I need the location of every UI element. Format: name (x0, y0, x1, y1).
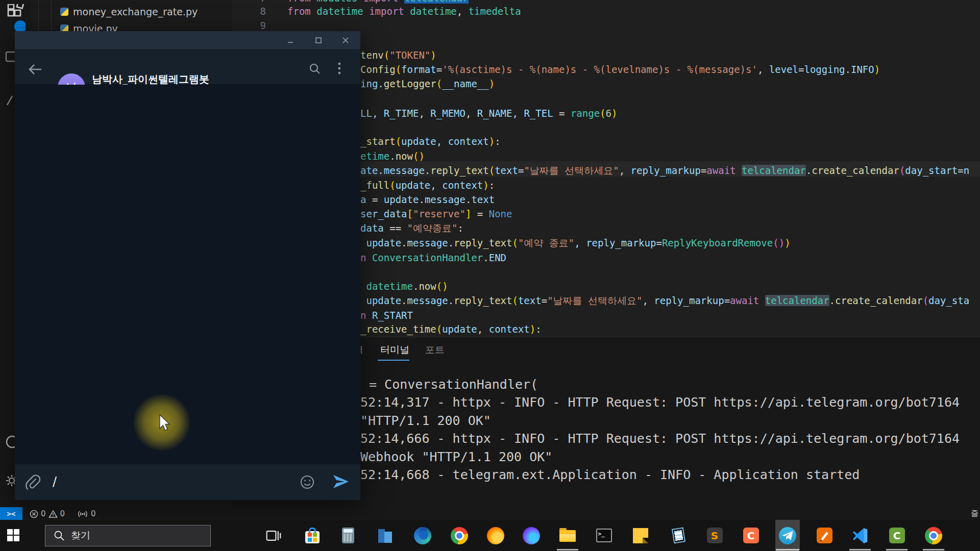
python-file-icon (60, 8, 68, 16)
remote-indicator[interactable]: >< (0, 507, 22, 520)
firefox-developer-icon[interactable] (519, 520, 544, 551)
start-button[interactable] (7, 529, 20, 542)
code-line: _full(update, context): (360, 178, 495, 192)
task-view-icon[interactable] (261, 520, 286, 551)
code-line: _start(update, context): (360, 134, 501, 148)
search-icon (54, 530, 65, 541)
code-line: from datetime import datetime, timedelta (287, 4, 521, 18)
running-indicator (557, 549, 578, 550)
file-item[interactable]: money_exchange_rate.py (60, 4, 198, 19)
sublime-text-icon[interactable]: S (702, 520, 727, 551)
code-line: ser_data["reserve"] = None (360, 207, 512, 221)
command-prompt-icon[interactable]: >_ (592, 520, 616, 551)
code-line: update.message.reply_text("예약 종료", reply… (360, 236, 791, 250)
warnings-count: 0 (60, 509, 65, 518)
emoji-icon[interactable] (300, 475, 314, 491)
green-c-app-icon[interactable]: C (885, 520, 909, 551)
code-line: update.message.reply_text(text="날짜를 선택하세… (360, 293, 969, 308)
taskbar-search-box[interactable]: 찾기 (45, 525, 211, 546)
ports-broadcast-icon (77, 510, 88, 518)
telegram-titlebar (15, 31, 360, 49)
telegram-chat-header: 남 남박사_파이썬텔레그램봇 봇 (15, 49, 360, 85)
indent-guide (51, 0, 52, 36)
indent-guide (38, 0, 39, 36)
tab-terminal[interactable]: 터미널 (380, 343, 409, 357)
desktop: money_exchange_rate.pymovie.py 789 from … (0, 0, 980, 551)
edge-icon[interactable] (410, 520, 435, 551)
extensions-icon[interactable] (5, 4, 26, 35)
line-col-indicator[interactable]: 줄 (971, 509, 978, 518)
telegram-icon[interactable] (775, 520, 800, 551)
warnings-icon (48, 510, 58, 518)
back-arrow-icon[interactable] (27, 62, 43, 79)
mouse-cursor (159, 414, 173, 436)
running-indicator (923, 549, 944, 550)
code-line: ate.message.reply_text(text="날짜를 선택하세요",… (360, 163, 969, 178)
sticky-notes-icon[interactable] (628, 520, 653, 551)
windows-taskbar: 찾기 >_SCC (0, 520, 980, 551)
chat-title: 남박사_파이썬텔레그램봇 (92, 72, 209, 86)
chrome-secondary-icon[interactable] (921, 520, 946, 551)
code-line: datetime.now() (360, 279, 448, 293)
code-line: Config(format='%(asctime)s - %(name)s - … (360, 62, 880, 77)
microsoft-store-icon[interactable] (300, 520, 325, 551)
buildings-app-icon[interactable] (373, 520, 398, 551)
file-explorer-icon[interactable] (555, 520, 580, 551)
search-placeholder: 찾기 (71, 529, 90, 542)
code-line: data == "예약종료": (360, 221, 463, 235)
problems-status[interactable]: 0 0 0 (30, 507, 96, 520)
code-line: n R_START (360, 308, 413, 322)
chrome-icon[interactable] (447, 520, 472, 551)
broadcast-count: 0 (91, 509, 96, 518)
code-line: LL, R_TIME, R_MEMO, R_NAME, R_TEL = rang… (360, 106, 617, 120)
code-line: _receive_time(update, context): (360, 322, 542, 336)
orange-c-app-icon[interactable]: C (739, 520, 763, 551)
attachment-paperclip-icon[interactable] (25, 474, 40, 492)
tab-ports[interactable]: 포트 (425, 343, 445, 357)
message-input-bar: / (15, 464, 360, 500)
running-indicator (849, 549, 871, 550)
calculator-icon[interactable] (336, 520, 360, 551)
message-input[interactable]: / (53, 474, 57, 489)
errors-icon (30, 510, 38, 518)
code-line: tenv("TOKEN") (360, 48, 436, 62)
firefox-icon[interactable] (483, 520, 508, 551)
code-line: n ConversationHandler.END (360, 251, 506, 265)
code-line: ing.getLogger(__name__) (360, 77, 495, 91)
code-line: a = update.message.text (360, 192, 495, 207)
vscode-icon[interactable] (848, 520, 872, 551)
send-button[interactable] (332, 473, 350, 492)
chat-message-area[interactable] (15, 85, 360, 464)
errors-count: 0 (41, 509, 46, 518)
minimize-button[interactable] (284, 34, 297, 46)
running-indicator (886, 549, 908, 550)
maximize-button[interactable] (312, 34, 325, 46)
vscode-status-bar: >< 0 0 0 줄 (0, 507, 980, 520)
file-name: money_exchange_rate.py (73, 6, 198, 17)
code-line: etime.now() (360, 149, 425, 163)
activity-icon-partial[interactable] (5, 95, 15, 108)
kebab-menu-icon[interactable] (338, 62, 341, 77)
notepad-plus-plus-icon[interactable] (666, 520, 691, 551)
close-button[interactable] (339, 34, 352, 46)
search-icon[interactable] (309, 63, 321, 77)
running-indicator (776, 549, 799, 550)
editplus-icon[interactable] (812, 520, 837, 551)
active-tab-underline (378, 360, 409, 361)
